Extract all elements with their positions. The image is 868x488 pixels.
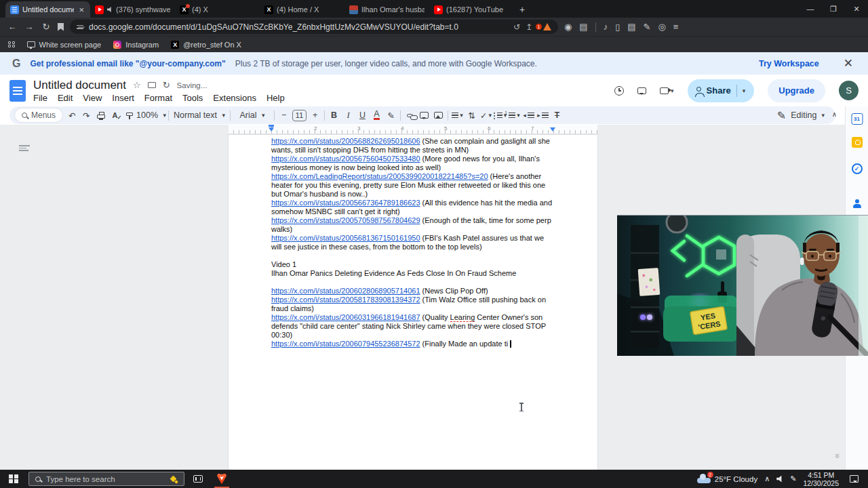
ruler[interactable]: 1234567 — [229, 125, 597, 134]
document-outline-icon[interactable] — [19, 144, 30, 152]
notes-icon[interactable]: ▤ — [627, 22, 635, 32]
apps-grid-icon[interactable] — [8, 41, 15, 48]
search-highlights-icon[interactable] — [170, 475, 178, 483]
bookmark-item[interactable]: X@retro_stef On X — [171, 41, 241, 49]
media-control-icon[interactable]: ♪ — [604, 22, 608, 32]
clock[interactable]: 4:51 PM 12/30/2025 — [803, 471, 839, 487]
left-indent-bar[interactable] — [269, 125, 274, 127]
doc-link[interactable]: https://x.com/i/status/20057059875678046… — [271, 216, 420, 224]
hidden-icons-chevron[interactable]: ∧ — [764, 474, 770, 483]
doc-link[interactable]: https://x.com/i/status/20060319661819416… — [271, 313, 420, 321]
increase-font-button[interactable]: + — [308, 108, 322, 122]
browser-tab[interactable]: (376) synthwave radio 🌀 beats t — [90, 1, 175, 18]
highlight-button[interactable]: ✎ — [384, 108, 398, 122]
bookmark-item[interactable]: White screen page — [27, 41, 102, 49]
browser-menu-icon[interactable]: ≡ — [673, 22, 679, 32]
banner-close-icon[interactable]: ✕ — [844, 56, 853, 70]
tab-audio-icon[interactable] — [107, 7, 113, 12]
move-folder-icon[interactable] — [148, 82, 156, 88]
rewards-icon[interactable] — [543, 23, 551, 30]
bookmark-item[interactable]: Instagram — [113, 41, 159, 49]
menu-view[interactable]: View — [83, 93, 102, 103]
doc-link[interactable]: https://x.com/i/status/20060280689057140… — [271, 287, 420, 295]
notification-center-icon[interactable] — [850, 475, 859, 483]
task-view-icon[interactable] — [193, 475, 203, 483]
browser-tab[interactable]: Ilhan Omar's husband's companies s — [344, 1, 429, 18]
add-comment-button[interactable] — [417, 108, 431, 122]
meet-icon[interactable]: ▾ — [660, 87, 674, 94]
new-tab-button[interactable]: + — [514, 1, 530, 18]
menu-file[interactable]: File — [33, 93, 47, 103]
font-select[interactable]: Arial ▾ — [233, 108, 272, 122]
menu-help[interactable]: Help — [267, 93, 285, 103]
undo-button[interactable]: ↶ — [65, 108, 79, 122]
start-button[interactable] — [0, 470, 27, 488]
highlighter-icon[interactable]: ✎ — [644, 22, 651, 32]
try-workspace-link[interactable]: Try Workspace — [759, 59, 819, 68]
insert-link-button[interactable] — [403, 108, 417, 122]
doc-link[interactable]: https://x.com/i/status/20058178390813943… — [271, 296, 420, 304]
sidebar-icon[interactable]: ▯ — [615, 22, 620, 32]
line-spacing-button[interactable]: ⇅ — [465, 108, 479, 122]
right-indent-marker[interactable] — [550, 127, 555, 131]
browser-tab[interactable]: (16287) YouTube — [429, 1, 514, 18]
doc-link[interactable]: https://x.com/i/status/20056756045075334… — [271, 155, 420, 163]
privacy-icon[interactable]: ◎ — [658, 22, 666, 32]
zoom-select[interactable]: 100% ▾ — [136, 108, 166, 122]
url-text[interactable]: docs.google.com/document/d/1uDgSAuO7NnSZ… — [89, 22, 508, 32]
calendar-icon[interactable]: 31 — [851, 113, 863, 125]
menu-extensions[interactable]: Extensions — [213, 93, 256, 103]
scroll-more-icon[interactable]: » — [833, 453, 843, 457]
tab-close-icon[interactable]: × — [77, 5, 85, 15]
hide-menus-button[interactable]: ∧ — [832, 110, 837, 118]
document-title[interactable]: Untitled document — [33, 79, 126, 92]
minimize-button[interactable]: — — [799, 0, 822, 18]
extension-icon[interactable]: ◉ — [564, 22, 572, 32]
editing-mode-select[interactable]: ✎ Editing ▾ — [777, 108, 825, 122]
menu-edit[interactable]: Edit — [58, 93, 73, 103]
doc-link[interactable]: https://x.com/i/status/20056882626950186… — [271, 137, 420, 145]
contacts-icon[interactable] — [852, 199, 862, 209]
upgrade-button[interactable]: Upgrade — [768, 79, 825, 102]
increase-indent-button[interactable]: ▸ — [536, 108, 550, 122]
redo-button[interactable]: ↷ — [79, 108, 94, 122]
close-button[interactable]: ✕ — [845, 0, 868, 18]
underline-button[interactable]: U — [355, 108, 370, 122]
docs-logo-icon[interactable] — [9, 80, 26, 102]
browser-tab[interactable]: X(4) Home / X — [260, 1, 344, 18]
doc-link[interactable]: https://x.com/i/status/20056673647891866… — [271, 199, 420, 207]
browser-tab[interactable]: Untitled document - Google Doc× — [5, 1, 90, 18]
tasks-icon[interactable]: ✓ — [852, 163, 863, 174]
spellcheck-button[interactable]: A✓ — [108, 108, 122, 122]
share-icon[interactable]: ↥ — [526, 22, 532, 32]
share-button[interactable]: Share ▾ — [688, 79, 755, 102]
doc-link[interactable]: https://x.com/i/status/20060794552368745… — [271, 340, 420, 348]
font-size-field[interactable]: 11 — [292, 110, 307, 121]
version-history-icon[interactable] — [614, 86, 624, 96]
back-icon[interactable]: ← — [7, 22, 18, 32]
pen-icon[interactable]: ✎ — [790, 474, 796, 483]
style-select[interactable]: Normal text ▾ — [171, 108, 228, 122]
menu-format[interactable]: Format — [144, 93, 172, 103]
italic-button[interactable]: I — [341, 108, 355, 122]
clear-formatting-button[interactable]: T — [550, 108, 564, 122]
text-color-button[interactable]: A — [374, 110, 379, 120]
doc-link[interactable]: https://x.com/LeadingReport/status/20053… — [271, 172, 488, 180]
bookmark-icon[interactable] — [58, 23, 64, 31]
decrease-indent-button[interactable]: ◂ — [521, 108, 536, 122]
insert-image-button[interactable] — [431, 108, 446, 122]
site-settings-icon[interactable] — [77, 24, 83, 30]
browser-tab[interactable]: X(4) X — [175, 1, 260, 18]
numbered-list-button[interactable]: ▾ — [507, 108, 521, 122]
menus-search-button[interactable]: Menus — [15, 108, 62, 122]
star-icon[interactable]: ☆ — [133, 80, 141, 90]
paint-format-button[interactable] — [122, 108, 136, 122]
doc-link[interactable]: https://x.com/i/status/20056813671501619… — [271, 234, 420, 242]
reading-mode-icon[interactable]: ▤ — [579, 22, 587, 32]
taskbar-search-input[interactable]: Type here to search — [28, 472, 184, 486]
forward-icon[interactable]: → — [24, 22, 35, 32]
menu-insert[interactable]: Insert — [112, 93, 134, 103]
decrease-font-button[interactable]: − — [277, 108, 291, 122]
print-button[interactable] — [94, 108, 108, 122]
account-avatar[interactable]: S — [839, 81, 859, 100]
